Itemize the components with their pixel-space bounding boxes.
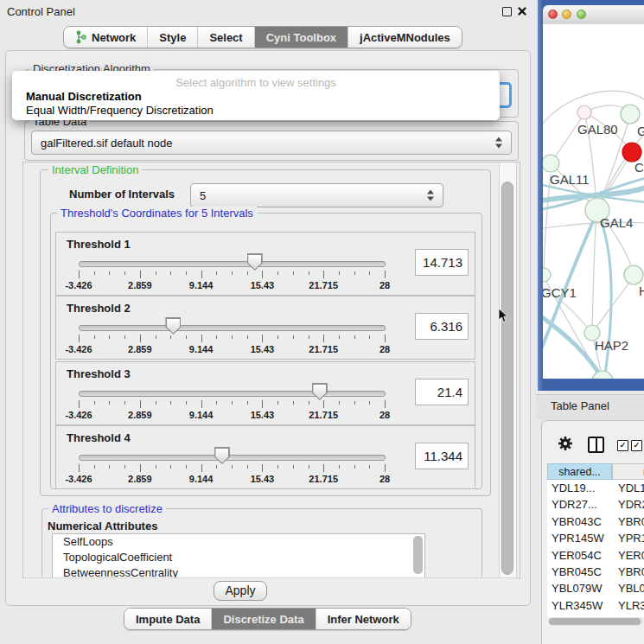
- split-columns-icon[interactable]: [588, 437, 604, 453]
- list-item[interactable]: TopologicalCoefficient: [53, 550, 424, 565]
- network-node[interactable]: [621, 105, 640, 124]
- tab-label: Style: [159, 31, 186, 44]
- threshold-2-panel: Threshold 2 -3.4262.8599.14415.4321.7152…: [55, 296, 475, 360]
- close-traffic-light-icon[interactable]: [548, 10, 558, 19]
- threshold-3-slider-thumb[interactable]: [312, 383, 328, 400]
- network-node[interactable]: [592, 371, 613, 379]
- minimize-traffic-light-icon[interactable]: [562, 10, 571, 19]
- tab-label: Discretize Data: [223, 613, 303, 626]
- column-header-name[interactable]: na: [612, 463, 644, 480]
- table-row[interactable]: YBL079WYBL0: [547, 580, 644, 596]
- threshold-2-slider-thumb[interactable]: [165, 317, 181, 335]
- threshold-4-slider-thumb[interactable]: [214, 447, 230, 464]
- table-horizontal-scrollbar-thumb[interactable]: [549, 618, 641, 625]
- node-label: GCY1: [543, 285, 577, 300]
- threshold-label: Threshold 3: [67, 367, 131, 380]
- checkbox-icon[interactable]: ✓: [617, 440, 628, 451]
- column-header-shared-name[interactable]: shared...: [547, 463, 612, 480]
- network-edge[interactable]: [544, 174, 551, 273]
- table-row[interactable]: YDL19...YDL1: [547, 480, 644, 496]
- threshold-1-slider-track[interactable]: [79, 261, 386, 267]
- threshold-2-slider-track[interactable]: [79, 325, 386, 331]
- close-icon[interactable]: [517, 6, 527, 16]
- tab-network[interactable]: Network: [64, 27, 147, 48]
- node-label: GAL11: [550, 172, 590, 187]
- checkbox-icon[interactable]: ✓: [631, 440, 642, 451]
- network-node[interactable]: [624, 265, 643, 284]
- numerical-attributes-list[interactable]: SelfLoopsTopologicalCoefficientBetweenne…: [52, 533, 425, 579]
- slider-tick-labels: -3.4262.8599.14415.4321.71528: [79, 280, 385, 290]
- network-node[interactable]: [543, 268, 551, 282]
- threshold-1-slider-thumb[interactable]: [247, 253, 263, 271]
- tab-select[interactable]: Select: [197, 27, 253, 48]
- table-horizontal-scrollbar[interactable]: [548, 617, 643, 626]
- panel-title: Control Panel: [7, 5, 75, 18]
- combo-stepper-icon: [495, 137, 503, 149]
- mouse-cursor: [498, 308, 509, 323]
- threshold-3-slider-track[interactable]: [79, 391, 386, 397]
- threshold-label: Threshold 2: [67, 302, 131, 315]
- node-label: C: [634, 160, 644, 175]
- slider-ticks: [79, 400, 385, 409]
- table-row[interactable]: YER054CYER0: [547, 547, 644, 564]
- network-node[interactable]: [543, 155, 559, 172]
- float-panel-icon[interactable]: [502, 7, 512, 16]
- threshold-3-value-field[interactable]: 21.4: [415, 379, 469, 405]
- threshold-3-panel: Threshold 3 -3.4262.8599.14415.4321.7152…: [55, 361, 475, 425]
- node-label: GAL80: [577, 122, 618, 137]
- thresholds-group: Threshold 1 -3.4262.8599.14415.4321.7152…: [50, 213, 482, 489]
- tab-impute-data[interactable]: Impute Data: [124, 609, 211, 629]
- table-row[interactable]: YDR27...YDR2: [547, 496, 644, 513]
- threshold-1-value-field[interactable]: 14.713: [415, 249, 469, 276]
- list-scrollbar-thumb[interactable]: [413, 536, 423, 574]
- table-data-select[interactable]: galFiltered.sif default node: [31, 131, 512, 155]
- dropdown-option-manual-discretization[interactable]: Manual Discretization: [12, 90, 500, 104]
- network-node[interactable]: [577, 105, 591, 119]
- threshold-2-value-field[interactable]: 6.316: [415, 313, 469, 340]
- tab-cyni-toolbox[interactable]: Cyni Toolbox: [254, 27, 348, 48]
- tab-infer-network[interactable]: Infer Network: [316, 609, 411, 629]
- network-window-titlebar[interactable]: [543, 5, 644, 25]
- vertical-scrollbar-thumb[interactable]: [501, 182, 513, 575]
- threshold-label: Threshold 4: [67, 431, 131, 444]
- threshold-4-slider-track[interactable]: [79, 455, 386, 461]
- table-panel-title: Table Panel: [551, 399, 609, 412]
- gear-icon[interactable]: [558, 436, 573, 451]
- slider-tick-labels: -3.4262.8599.14415.4321.71528: [79, 410, 385, 420]
- table-row[interactable]: YLR345WYLR3: [547, 597, 644, 614]
- tab-discretize-data[interactable]: Discretize Data: [211, 609, 315, 629]
- intervals-value: 5: [200, 189, 206, 202]
- dropdown-prompt: Select algorithm to view settings: [12, 75, 500, 90]
- number-of-intervals-label: Number of Intervals: [69, 188, 175, 201]
- control-panel-tabs: Network Style Select Cyni Toolbox jActiv…: [63, 26, 462, 48]
- slider-tick-labels: -3.4262.8599.14415.4321.71528: [79, 474, 385, 484]
- threshold-4-value-field[interactable]: 11.344: [415, 443, 469, 469]
- dropdown-option-equal-width-frequency[interactable]: Equal Width/Frequency Discretization: [12, 104, 500, 118]
- numerical-attributes-label: Numerical Attributes: [48, 520, 157, 532]
- table-row[interactable]: YBR043CYBR0: [547, 513, 644, 530]
- number-of-intervals-select[interactable]: 5: [190, 183, 443, 207]
- list-item[interactable]: SelfLoops: [53, 534, 424, 550]
- selected-table: galFiltered.sif default node: [41, 137, 172, 150]
- table-row[interactable]: YBR045CYBR0: [547, 564, 644, 580]
- tab-label: jActiveMNodules: [360, 31, 450, 44]
- slider-ticks: [79, 464, 385, 473]
- network-icon: [75, 30, 86, 44]
- group-title: Interval Definition: [48, 163, 142, 176]
- network-edge[interactable]: [594, 277, 634, 331]
- node-label: H: [639, 284, 644, 298]
- tab-style[interactable]: Style: [147, 27, 197, 48]
- apply-button[interactable]: Apply: [214, 581, 267, 601]
- network-node[interactable]: [622, 143, 641, 162]
- node-label: HAP2: [595, 338, 628, 353]
- network-canvas[interactable]: GAL80GACGAL11GAL4GCY1HHAP2: [543, 24, 644, 379]
- network-edge[interactable]: [598, 213, 611, 379]
- threshold-1-panel: Threshold 1 -3.4262.8599.14415.4321.7152…: [55, 232, 475, 296]
- tab-jactivemnodules[interactable]: jActiveMNodules: [348, 27, 462, 48]
- table-row[interactable]: YPR145WYPR1: [547, 530, 644, 546]
- slider-ticks: [79, 271, 385, 279]
- thresholds-group-title: Threshold's Coordinates for 5 Intervals: [57, 207, 257, 220]
- zoom-traffic-light-icon[interactable]: [577, 10, 586, 19]
- network-edge[interactable]: [592, 212, 596, 331]
- node-label: GAL4: [600, 215, 633, 230]
